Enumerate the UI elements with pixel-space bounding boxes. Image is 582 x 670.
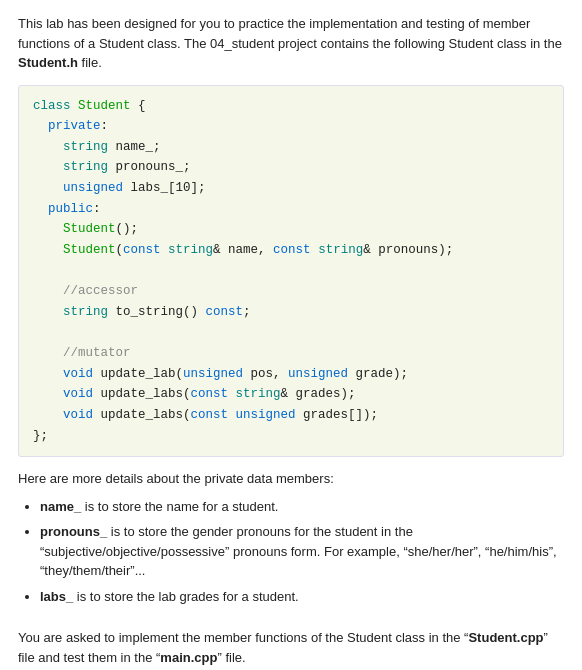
bullet-text-2: is to store the gender pronouns for the … — [40, 524, 557, 578]
intro-text1: This lab has been designed for you to pr… — [18, 16, 562, 51]
intro-filename: Student.h — [18, 55, 78, 70]
term-labs: labs_ — [40, 589, 73, 604]
list-item: labs_ is to store the lab grades for a s… — [40, 587, 564, 607]
intro-paragraph: This lab has been designed for you to pr… — [18, 14, 564, 73]
bullet-list: name_ is to store the name for a student… — [40, 497, 564, 607]
term-name: name_ — [40, 499, 81, 514]
impl-paragraph: You are asked to implement the member fu… — [18, 628, 564, 667]
intro-text2: file. — [78, 55, 102, 70]
details-intro: Here are more details about the private … — [18, 469, 564, 489]
bullet-text-1: is to store the name for a student. — [81, 499, 278, 514]
class-code-block: class Student { private: string name_; s… — [18, 85, 564, 458]
impl-file1: Student.cpp — [468, 630, 543, 645]
list-item: name_ is to store the name for a student… — [40, 497, 564, 517]
term-pronouns: pronouns_ — [40, 524, 107, 539]
bullet-text-3: is to store the lab grades for a student… — [73, 589, 298, 604]
impl-file2: main.cpp — [160, 650, 217, 665]
list-item: pronouns_ is to store the gender pronoun… — [40, 522, 564, 581]
